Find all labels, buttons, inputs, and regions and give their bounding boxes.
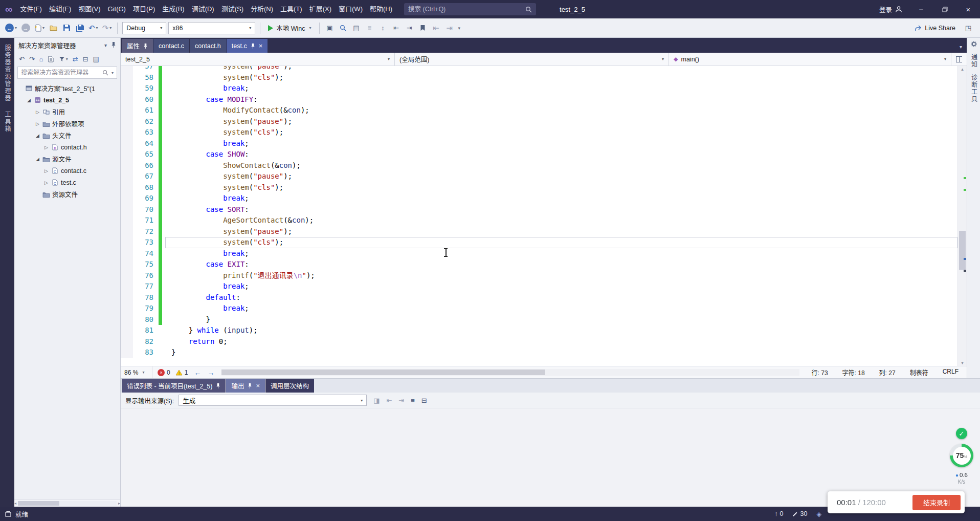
tab-contact.c[interactable]: contact.c [153, 39, 189, 53]
code-line-82[interactable]: 82 return 0; [121, 336, 957, 348]
pin-icon[interactable] [111, 41, 116, 49]
tree-item-7[interactable]: ▷Ccontact.c [14, 165, 120, 177]
new-file-button[interactable]: ▾ [33, 21, 46, 35]
tree-item-8[interactable]: ▷Ctest.c [14, 177, 120, 188]
left-strip-tab-0[interactable]: 服务器资源管理器 [1, 40, 14, 106]
menu-item-2[interactable]: 视图(V) [75, 0, 104, 18]
collapse-all-button[interactable]: ⊟ [83, 55, 88, 63]
tree-expander-icon[interactable]: ◢ [25, 98, 33, 103]
navigate-back-arrow[interactable]: ← [194, 368, 201, 377]
code-text[interactable]: AgeSortContact(&con); [165, 215, 957, 226]
tree-item-6[interactable]: ◢源文件 [14, 153, 120, 165]
sign-in-button[interactable]: 登录 [879, 5, 902, 14]
indent-decrease-button[interactable]: ⇤ [391, 21, 402, 35]
navigate-back-button[interactable]: ←▾ [4, 21, 18, 35]
breakpoint-margin[interactable] [121, 248, 133, 259]
eol-indicator[interactable]: CRLF [943, 368, 959, 377]
home-button[interactable]: ⌂ [39, 55, 43, 63]
code-text[interactable]: system("pause"); [165, 171, 957, 182]
menu-item-5[interactable]: 生成(B) [159, 0, 188, 18]
code-text[interactable]: break; [165, 83, 957, 94]
feedback-button[interactable]: ◳ [963, 21, 974, 35]
properties-button[interactable]: ▤ [93, 55, 99, 63]
solution-platform-dropdown[interactable]: x86▾ [168, 22, 255, 34]
breakpoint-margin[interactable] [121, 292, 133, 303]
right-strip-tab-1[interactable]: 诊断工具 [968, 74, 980, 103]
scroll-down-arrow-icon[interactable]: ▾ [958, 360, 967, 365]
save-button[interactable] [61, 21, 72, 35]
tree-expander-icon[interactable]: ▷ [34, 110, 41, 115]
tree-expander-icon[interactable]: ▷ [34, 121, 41, 126]
pin-icon[interactable] [216, 383, 220, 389]
scrollbar-thumb[interactable] [18, 501, 59, 506]
close-button[interactable]: × [956, 0, 980, 18]
code-line-57[interactable]: 57 system("pause"); [121, 66, 957, 72]
explorer-forward-button[interactable]: ↷ [29, 55, 35, 63]
tool-tab-2[interactable]: 调用层次结构 [265, 379, 314, 393]
close-icon[interactable]: × [256, 382, 260, 389]
save-all-button[interactable] [74, 21, 85, 35]
code-text[interactable]: return 0; [165, 336, 957, 348]
goto-previous-message-button[interactable]: ⇤ [386, 397, 392, 404]
member-dropdown[interactable]: ◆ main() ▾ [669, 53, 951, 66]
attach-process-button[interactable]: ▣ [324, 21, 336, 35]
scrollbar-thumb[interactable] [959, 231, 966, 270]
breakpoint-margin[interactable] [121, 116, 133, 127]
prev-bookmark-button[interactable]: ⇤ [431, 21, 442, 35]
next-bookmark-button[interactable]: ⇥ [444, 21, 455, 35]
warning-count[interactable]: !1 [175, 369, 188, 376]
navigate-forward-button[interactable]: → [20, 21, 31, 35]
code-text[interactable]: system("cls"); [165, 237, 957, 248]
code-viewport[interactable]: 57 system("pause");58 system("cls");59 b… [121, 66, 957, 366]
code-editor[interactable]: 57 system("pause");58 system("cls");59 b… [121, 66, 967, 366]
right-strip-tab-0[interactable]: 通知 [968, 54, 980, 68]
pending-edits-button[interactable]: 30 [792, 510, 807, 517]
breakpoint-margin[interactable] [121, 160, 133, 171]
tab-test.c[interactable]: test.c× [227, 39, 268, 53]
outline-button[interactable]: ▤ [351, 21, 362, 35]
code-line-58[interactable]: 58 system("cls"); [121, 72, 957, 83]
code-text[interactable]: system("cls"); [165, 72, 957, 83]
menu-item-4[interactable]: 项目(P) [129, 0, 159, 18]
code-line-77[interactable]: 77 break; [121, 281, 957, 292]
menu-item-1[interactable]: 编辑(E) [46, 0, 75, 18]
pin-icon[interactable] [251, 43, 255, 49]
tab-contact.h[interactable]: contact.h [190, 39, 226, 53]
breakpoint-margin[interactable] [121, 325, 133, 336]
code-line-70[interactable]: 70 case SORT: [121, 204, 957, 215]
menu-item-12[interactable]: 帮助(H) [366, 0, 396, 18]
gear-icon[interactable] [970, 40, 977, 48]
code-text[interactable]: case SHOW: [165, 149, 957, 160]
tree-expander-icon[interactable]: ▷ [42, 145, 50, 150]
tree-expander-icon[interactable]: ◢ [34, 157, 41, 162]
tree-expander-icon[interactable]: ◢ [34, 133, 41, 138]
scrollbar-thumb[interactable] [221, 370, 545, 375]
code-text[interactable]: case MODIFY: [165, 94, 957, 105]
code-line-76[interactable]: 76 printf("退出通讯录\n"); [121, 270, 957, 281]
code-text[interactable]: ShowContact(&con); [165, 160, 957, 171]
breakpoint-margin[interactable] [121, 72, 133, 83]
menu-item-3[interactable]: Git(G) [104, 0, 129, 18]
code-line-61[interactable]: 61 ModifyContact(&con); [121, 105, 957, 116]
code-text[interactable]: case EXIT: [165, 259, 957, 270]
code-line-62[interactable]: 62 system("pause"); [121, 116, 957, 127]
tree-item-2[interactable]: ▷引用 [14, 106, 120, 118]
breakpoint-margin[interactable] [121, 182, 133, 193]
tree-item-1[interactable]: ◢++test_2_5 [14, 94, 120, 106]
code-text[interactable]: break; [165, 281, 957, 292]
navigate-forward-arrow[interactable]: → [207, 368, 214, 377]
editor-vertical-scrollbar[interactable]: ▴ ▾ [957, 66, 967, 366]
code-text[interactable]: system("pause"); [165, 226, 957, 237]
breakpoint-margin[interactable] [121, 94, 133, 105]
tree-item-0[interactable]: 解决方案"test_2_5"(1 [14, 82, 120, 94]
line-operations-button[interactable]: ≡ [364, 21, 375, 35]
explorer-horizontal-scrollbar[interactable]: ◂ ▸ [14, 499, 120, 507]
word-wrap-button[interactable]: ⊟ [421, 397, 427, 404]
code-line-72[interactable]: 72 system("pause"); [121, 226, 957, 237]
tab-list-chevron-icon[interactable]: ▾ [960, 44, 967, 53]
menu-item-0[interactable]: 文件(F) [16, 0, 46, 18]
close-icon[interactable]: × [259, 42, 263, 49]
scroll-up-arrow-icon[interactable]: ▴ [958, 67, 967, 72]
filter-button[interactable]: ▾ [59, 56, 68, 62]
code-line-74[interactable]: 74 break; [121, 248, 957, 259]
